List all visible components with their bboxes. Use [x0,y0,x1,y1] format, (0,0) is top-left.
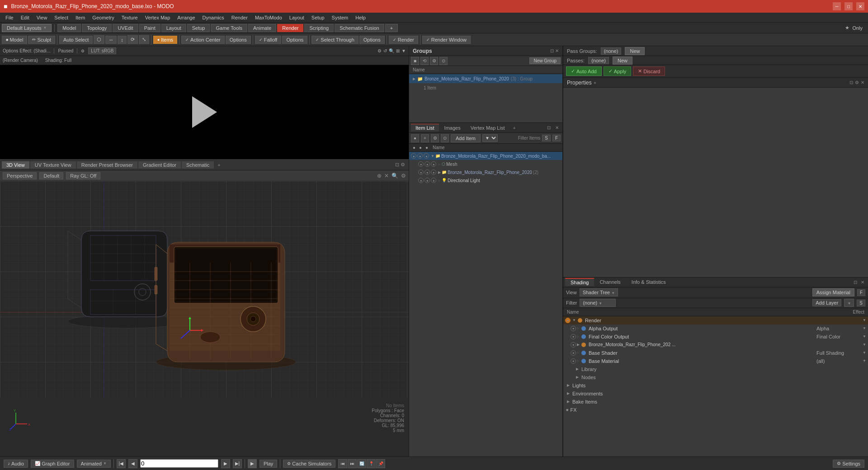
shader-exp-lights[interactable]: ▶ [567,383,570,387]
shader-eff-dd-bs[interactable]: ▼ [863,351,866,355]
next-frame-btn[interactable]: ▶ [221,459,230,468]
shader-exp-bs[interactable]: ▶ [577,351,580,355]
shading-close[interactable]: ✕ [859,280,866,285]
shader-eff-dd-bm[interactable]: ▼ [863,359,866,363]
play-triangle[interactable] [192,96,217,128]
shader-env-row[interactable]: ▶ Environments [563,390,868,398]
close-button[interactable]: ✕ [856,2,864,10]
audio-btn[interactable]: ♪ Audio [4,460,28,468]
first-frame-btn[interactable]: |◀ [117,459,126,468]
menu-geometry[interactable]: Geometry [89,14,118,21]
animated-btn[interactable]: Animated ▼ [77,460,111,468]
options2-btn[interactable]: Options [282,36,307,44]
tab-gradient-editor[interactable]: Gradient Editor [138,161,181,169]
vp-expand-icon[interactable]: ⊡ [395,162,399,168]
groups-sub-row[interactable]: 1 Item [420,83,562,92]
eye-m3[interactable]: ● [431,161,436,167]
options1-btn[interactable]: Options [226,36,251,44]
eye-m1[interactable]: ● [418,161,424,167]
viewport-3d[interactable]: No Items Polygons : Face Channels: 0 Def… [0,181,409,460]
shader-expand-render[interactable]: ▼ [572,318,576,322]
menu-help[interactable]: Help [352,14,369,21]
tab-paint[interactable]: Paint [139,24,160,32]
item-icon-4[interactable]: ⊙ [441,134,449,142]
ray-gl-btn[interactable]: Ray GL: Off [66,172,100,179]
row1-expand[interactable]: ▼ [431,154,434,158]
groups-icon-3[interactable]: ⚙ [430,57,438,65]
tool-icon-1[interactable]: ⬡ [94,35,104,44]
shader-eye-final[interactable]: ● [571,334,576,339]
frame-input[interactable] [140,459,218,468]
assign-f[interactable]: F [857,289,865,296]
menu-maxtomode[interactable]: MaxToModo [251,14,286,21]
props-settings[interactable]: ⚙ [855,80,859,85]
tab-topology[interactable]: Topology [82,24,112,32]
properties-add[interactable]: + [594,80,596,85]
props-close[interactable]: ✕ [861,80,864,85]
item-panel-expand[interactable]: ⊡ [545,125,552,130]
shader-nodes-row[interactable]: ▶ Nodes [563,373,868,381]
shader-fx-row[interactable]: ■ FX [563,406,868,414]
add-item-select[interactable]: ▼ [482,134,498,142]
shader-eff-dd-final[interactable]: ▼ [863,334,866,338]
item-panel-close[interactable]: ✕ [553,125,561,130]
model-mode-btn[interactable]: ■ Model [2,36,27,44]
vp-icon-4[interactable]: ⚙ [401,173,406,179]
tab-game-tools[interactable]: Game Tools [211,24,247,32]
settings-btn[interactable]: ⚙ Settings [833,460,864,468]
shader-exp-env[interactable]: ▶ [567,391,570,395]
info-tab[interactable]: Info & Statistics [626,278,671,286]
options3-btn[interactable]: Options [359,36,385,44]
vp-icon-3[interactable]: 🔍 [392,173,398,179]
new-group-btn[interactable]: New Group [529,57,561,64]
shader-exp-final[interactable]: ▶ [577,334,580,338]
shader-eye-bs[interactable]: ● [571,350,576,356]
tool-icon-4[interactable]: ⟳ [127,35,138,44]
shader-alpha-row[interactable]: ● ▶ Alpha Output Alpha ▼ [563,324,868,333]
shader-exp-nodes[interactable]: ▶ [576,375,579,379]
add-layer-label[interactable]: Add Layer [812,299,841,306]
render-paused[interactable]: Paused [58,48,73,53]
tab-schematic[interactable]: Schematic [182,161,214,169]
groups-icon-2[interactable]: ⟲ [420,57,429,65]
render-window-btn[interactable]: ✓ Render Window [422,36,471,44]
select-through-btn[interactable]: ✓ Select Through [311,36,358,44]
tab-add-viewport[interactable]: + [215,161,223,169]
play-label-btn[interactable]: Play [259,460,277,468]
tab-uvedit[interactable]: UVEdit [113,24,138,32]
menu-arrange[interactable]: Arrange [174,14,198,21]
eye-b1[interactable]: ● [418,169,424,175]
shader-exp-alpha[interactable]: ▶ [577,326,580,330]
tab-uv-texture[interactable]: UV Texture View [30,161,76,169]
filter-none-select[interactable]: (none) ▼ [580,299,616,307]
shader-lights-row[interactable]: ▶ Lights [563,381,868,390]
tab-schematic[interactable]: Schematic Fusion [335,24,384,32]
eye-l3[interactable]: ● [431,178,436,183]
menu-system[interactable]: System [328,14,352,21]
cache-simulators-btn[interactable]: ⚙ Cache Simulators [283,460,335,468]
last-frame-btn[interactable]: ▶| [233,459,242,468]
render-icon-more[interactable]: ▼ [401,48,406,53]
menu-item[interactable]: Item [72,14,89,21]
add-item-btn[interactable]: Add Item [451,134,481,142]
tab-render-preset[interactable]: Render Preset Browser [77,161,137,169]
shader-s[interactable]: S [857,300,865,306]
eye-3[interactable]: ● [424,153,429,159]
tab-3d-view[interactable]: 3D View [2,161,29,169]
tab-render[interactable]: Render [277,24,303,32]
eye-b3[interactable]: ● [431,169,436,175]
discard-btn[interactable]: ✕ Discard [633,66,665,76]
props-expand[interactable]: ⊡ [849,80,853,85]
channels-tab[interactable]: Channels [594,278,626,286]
groups-icon-4[interactable]: ⊙ [439,57,448,65]
shader-baseshader-row[interactable]: ● ▶ Base Shader Full Shading ▼ [563,349,868,357]
menu-layout[interactable]: Layout [286,14,308,21]
graph-editor-btn[interactable]: 📈 Graph Editor [31,460,74,468]
assign-material-btn[interactable]: Assign Material [812,288,854,296]
item-icon-2[interactable]: + [421,134,429,142]
play-btn[interactable]: ▶ [248,459,257,468]
menu-view[interactable]: View [33,14,51,21]
apply-btn[interactable]: ✓ Apply [604,66,632,76]
menu-edit[interactable]: Edit [17,14,33,21]
tab-animate[interactable]: Animate [248,24,276,32]
